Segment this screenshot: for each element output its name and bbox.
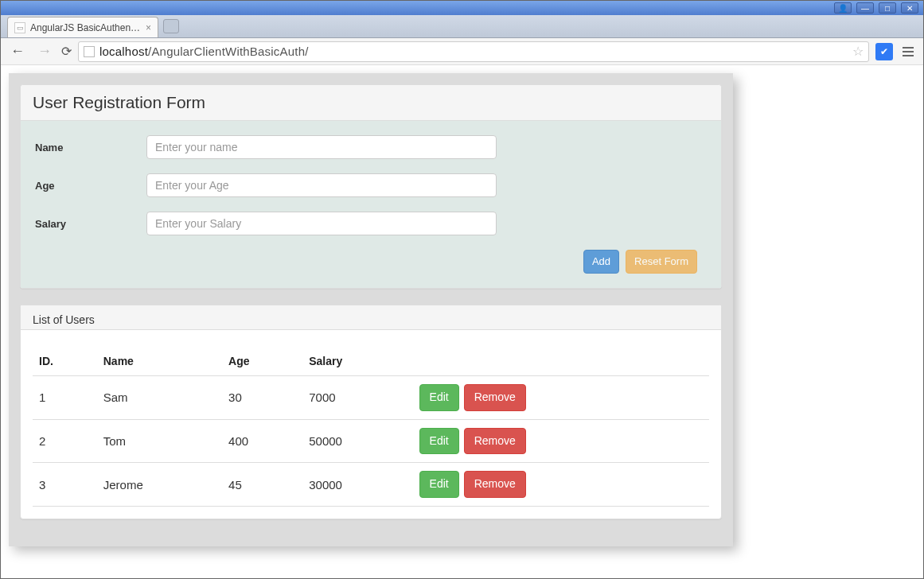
remove-button[interactable]: Remove bbox=[464, 384, 526, 411]
cell-age: 45 bbox=[222, 463, 302, 507]
user-icon[interactable]: 👤 bbox=[834, 2, 852, 14]
cell-salary: 50000 bbox=[302, 419, 412, 463]
cell-id: 1 bbox=[33, 376, 97, 420]
cell-id: 3 bbox=[33, 463, 97, 507]
remove-button[interactable]: Remove bbox=[464, 428, 526, 455]
table-row: 2Tom40050000EditRemove bbox=[33, 419, 709, 463]
window-titlebar: 👤 — □ ✕ bbox=[1, 1, 923, 15]
col-name: Name bbox=[97, 347, 222, 376]
form-row-salary: Salary bbox=[35, 212, 707, 235]
cell-id: 2 bbox=[33, 419, 97, 463]
minimize-button[interactable]: — bbox=[856, 2, 874, 14]
cell-actions: EditRemove bbox=[413, 419, 709, 463]
cell-name: Jerome bbox=[97, 463, 222, 507]
list-body: ID. Name Age Salary 1Sam307000EditRemove… bbox=[21, 330, 721, 519]
cell-name: Tom bbox=[97, 419, 222, 463]
age-label: Age bbox=[35, 180, 146, 192]
cell-age: 400 bbox=[222, 419, 302, 463]
page-container: User Registration Form Name Age Salary bbox=[9, 73, 733, 546]
form-title: User Registration Form bbox=[33, 93, 205, 111]
menu-button[interactable] bbox=[899, 43, 917, 60]
name-label: Name bbox=[35, 142, 146, 153]
salary-label: Salary bbox=[35, 218, 146, 230]
edit-button[interactable]: Edit bbox=[419, 428, 459, 455]
close-window-button[interactable]: ✕ bbox=[901, 2, 918, 14]
document-icon: ▭ bbox=[14, 22, 25, 33]
extension-button[interactable]: ✔ bbox=[875, 43, 893, 60]
forward-button[interactable]: → bbox=[34, 41, 55, 61]
tab-title: AngularJS BasicAuthenica bbox=[30, 22, 141, 33]
edit-button[interactable]: Edit bbox=[419, 384, 459, 411]
list-title: List of Users bbox=[21, 305, 721, 330]
page-icon bbox=[84, 46, 95, 57]
table-row: 1Sam307000EditRemove bbox=[33, 376, 709, 420]
table-row: 3Jerome4530000EditRemove bbox=[33, 463, 709, 507]
user-list-panel: List of Users ID. Name Age Salary bbox=[20, 305, 722, 519]
viewport: User Registration Form Name Age Salary bbox=[1, 65, 923, 578]
form-row-age: Age bbox=[35, 173, 707, 197]
back-button[interactable]: ← bbox=[7, 41, 28, 61]
name-input[interactable] bbox=[146, 135, 497, 159]
cell-actions: EditRemove bbox=[413, 376, 709, 420]
reload-button[interactable]: ⟳ bbox=[61, 44, 72, 59]
salary-input[interactable] bbox=[146, 212, 497, 235]
url-host: localhost bbox=[99, 45, 148, 58]
tab-strip: ▭ AngularJS BasicAuthenica × bbox=[1, 15, 923, 38]
browser-tab[interactable]: ▭ AngularJS BasicAuthenica × bbox=[7, 17, 158, 37]
add-button[interactable]: Add bbox=[583, 250, 619, 274]
address-bar[interactable]: localhost/AngularClientWithBasicAuth/ ☆ bbox=[78, 41, 869, 62]
age-input[interactable] bbox=[146, 173, 497, 197]
col-age: Age bbox=[222, 347, 302, 376]
form-row-name: Name bbox=[35, 135, 707, 159]
cell-salary: 30000 bbox=[302, 463, 412, 507]
col-salary: Salary bbox=[302, 347, 412, 376]
table-header-row: ID. Name Age Salary bbox=[33, 347, 709, 376]
cell-salary: 7000 bbox=[302, 376, 412, 420]
browser-window: 👤 — □ ✕ ▭ AngularJS BasicAuthenica × ← →… bbox=[0, 0, 924, 579]
cell-actions: EditRemove bbox=[413, 463, 709, 507]
col-actions bbox=[413, 347, 709, 376]
form-body: Name Age Salary Add Reset Form bbox=[21, 121, 721, 288]
cell-age: 30 bbox=[222, 376, 302, 420]
users-table: ID. Name Age Salary 1Sam307000EditRemove… bbox=[33, 347, 709, 507]
close-tab-icon[interactable]: × bbox=[146, 22, 151, 33]
edit-button[interactable]: Edit bbox=[419, 471, 459, 498]
url-path: /AngularClientWithBasicAuth/ bbox=[148, 45, 309, 58]
form-panel-heading: User Registration Form bbox=[21, 85, 721, 121]
cell-name: Sam bbox=[97, 376, 222, 420]
maximize-button[interactable]: □ bbox=[879, 2, 896, 14]
new-tab-button[interactable] bbox=[163, 19, 179, 33]
registration-form-panel: User Registration Form Name Age Salary bbox=[20, 84, 722, 289]
nav-bar: ← → ⟳ localhost/AngularClientWithBasicAu… bbox=[1, 38, 923, 65]
url-text: localhost/AngularClientWithBasicAuth/ bbox=[99, 45, 309, 58]
form-actions: Add Reset Form bbox=[35, 250, 707, 274]
reset-form-button[interactable]: Reset Form bbox=[626, 250, 697, 274]
col-id: ID. bbox=[33, 347, 97, 376]
remove-button[interactable]: Remove bbox=[464, 471, 526, 498]
bookmark-star-icon[interactable]: ☆ bbox=[852, 44, 864, 59]
